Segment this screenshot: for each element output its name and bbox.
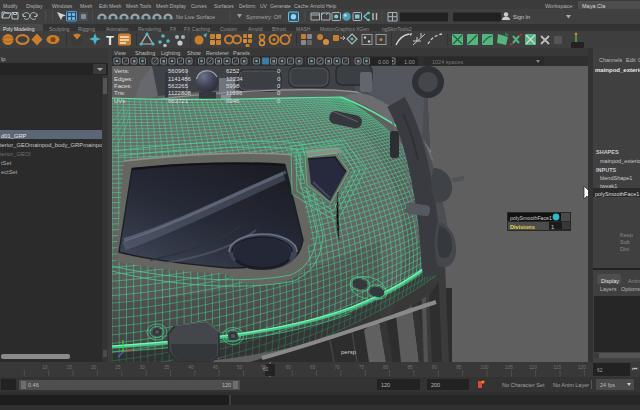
svg-text:T: T xyxy=(106,33,114,48)
